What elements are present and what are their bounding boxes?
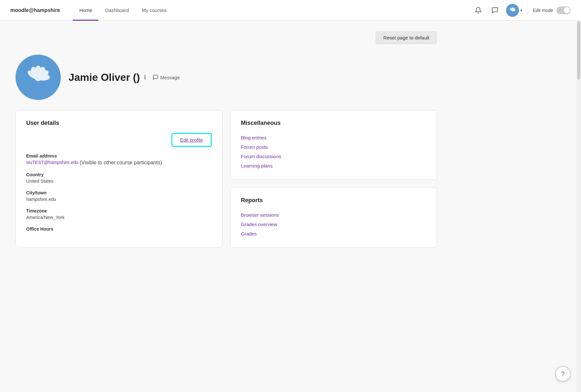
browser-sessions-link[interactable]: Browser sessions: [241, 210, 426, 220]
edit-mode-toggle[interactable]: [556, 6, 571, 14]
edit-mode-toggle-wrap: Edit mode: [527, 6, 571, 14]
brand-name: moodle@hampshire: [10, 7, 60, 13]
office-hours-field-group: Office Hours: [26, 226, 212, 232]
info-icon[interactable]: ℹ: [144, 74, 146, 81]
message-icon: [153, 74, 158, 80]
svg-point-15: [34, 73, 42, 81]
timezone-field-group: Timezone America/New_York: [26, 208, 212, 220]
user-details-card: User details Edit profile Email address …: [16, 110, 222, 247]
city-field-group: City/town hampshire.edu: [26, 190, 212, 202]
email-value-row: stuTEST@hampshire.edu (Visible to other …: [26, 160, 212, 166]
timezone-label: Timezone: [26, 208, 212, 213]
help-button[interactable]: ?: [555, 366, 571, 382]
edit-profile-btn-wrap: Edit profile: [26, 133, 212, 147]
user-details-title: User details: [26, 120, 212, 126]
grades-link[interactable]: Grades: [241, 229, 426, 238]
nav-links: Home Dashboard My courses: [73, 0, 173, 21]
blog-entries-link[interactable]: Blog entries: [241, 133, 426, 142]
timezone-value: America/New_York: [26, 215, 212, 220]
email-value[interactable]: stuTEST@hampshire.edu: [26, 160, 78, 165]
scrollbar-thumb: [577, 21, 580, 80]
edit-profile-button[interactable]: Edit profile: [171, 133, 212, 147]
edit-mode-label: Edit mode: [533, 8, 553, 13]
scrollbar[interactable]: [576, 21, 581, 392]
top-navigation: moodle@hampshire Home Dashboard My cours…: [0, 0, 581, 21]
message-label: Message: [160, 75, 180, 80]
city-label: City/town: [26, 190, 212, 195]
forum-posts-link[interactable]: Forum posts: [241, 142, 426, 152]
email-field-group: Email address stuTEST@hampshire.edu (Vis…: [26, 153, 212, 166]
reset-page-button[interactable]: Reset page to default: [375, 31, 437, 44]
profile-name-section: Jamie Oliver () ℹ Message: [69, 71, 182, 83]
email-note: (Visible to other course participants): [80, 160, 162, 166]
toggle-knob: [564, 7, 570, 14]
profile-name-row: Jamie Oliver () ℹ Message: [69, 71, 182, 83]
user-avatar-dropdown[interactable]: ▾: [506, 4, 522, 17]
country-value: United States: [26, 179, 212, 184]
profile-name: Jamie Oliver (): [69, 71, 140, 83]
grades-overview-link[interactable]: Grades overview: [241, 220, 426, 229]
cards-grid: User details Edit profile Email address …: [16, 110, 437, 248]
email-label: Email address: [26, 153, 212, 158]
miscellaneous-title: Miscellaneous: [241, 120, 426, 126]
profile-avatar: [16, 55, 61, 100]
notifications-icon[interactable]: [472, 5, 484, 16]
messages-icon[interactable]: [489, 5, 501, 16]
nav-dashboard[interactable]: Dashboard: [99, 0, 135, 21]
miscellaneous-card: Miscellaneous Blog entries Forum posts F…: [230, 110, 437, 180]
forum-discussions-link[interactable]: Forum discussions: [241, 152, 426, 161]
main-content: Reset page to default Jamie Oliver (): [0, 21, 453, 258]
country-field-group: Country United States: [26, 172, 212, 184]
learning-plans-link[interactable]: Learning plans: [241, 161, 426, 170]
reset-button-area: Reset page to default: [16, 31, 437, 44]
right-column: Miscellaneous Blog entries Forum posts F…: [230, 110, 437, 248]
reports-card: Reports Browser sessions Grades overview…: [230, 188, 437, 248]
country-label: Country: [26, 172, 212, 177]
topnav-right-area: ▾ Edit mode: [472, 4, 571, 17]
reports-title: Reports: [241, 197, 426, 204]
message-button[interactable]: Message: [150, 73, 183, 82]
city-value: hampshire.edu: [26, 197, 212, 202]
avatar: [506, 4, 519, 17]
profile-header: Jamie Oliver () ℹ Message: [16, 55, 437, 100]
chevron-down-icon: ▾: [520, 8, 522, 13]
nav-home[interactable]: Home: [73, 0, 99, 21]
office-hours-label: Office Hours: [26, 226, 212, 232]
svg-point-7: [511, 9, 513, 11]
nav-my-courses[interactable]: My courses: [135, 0, 173, 21]
